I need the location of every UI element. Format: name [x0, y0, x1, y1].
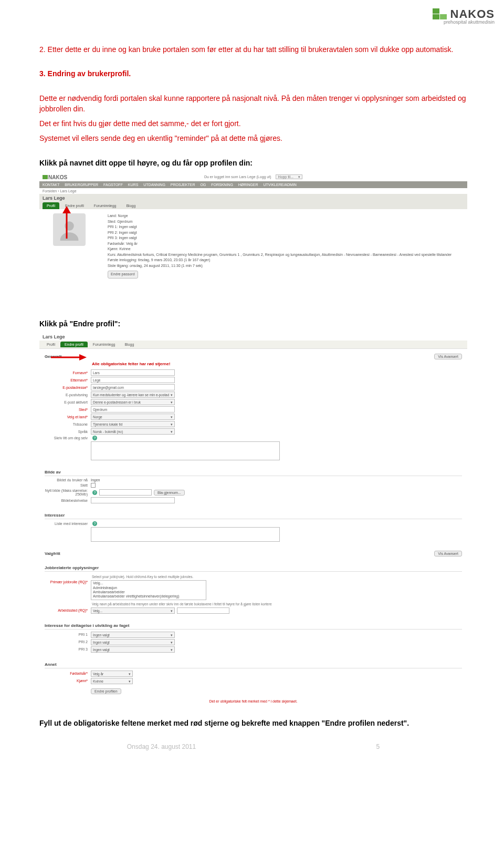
fodselsar-select[interactable]: Velg år	[91, 671, 133, 677]
main-nav[interactable]: KONTAKT BRUKERGRUPPER FAGSTOFF KURS UTDA…	[39, 181, 467, 188]
change-password-button[interactable]: Endre passord	[108, 271, 138, 279]
jobb-help-2: Velg navn på arbeidssted fra menyen unde…	[45, 601, 462, 607]
interesser-textarea[interactable]	[91, 527, 280, 542]
file-input[interactable]	[99, 489, 152, 496]
instr-click-endre: Klikk på "Endre profil":	[39, 318, 467, 329]
show-advanced-button-2[interactable]: Vis Avansert	[434, 551, 462, 556]
fornavn-input[interactable]: Lars	[91, 369, 175, 376]
intro-text-b: Det er fint hvis du gjør dette med det s…	[39, 118, 467, 129]
section-interesser: Interesser	[45, 511, 462, 519]
tab2-blogg[interactable]: Blogg	[120, 342, 138, 347]
browse-button[interactable]: Bla gjennom...	[154, 490, 185, 496]
land-select[interactable]: Norge	[91, 414, 175, 420]
jump-select[interactable]: Hopp til...▾	[276, 174, 303, 179]
section-annet: Annet	[45, 660, 462, 668]
bildebeskrivelse-input[interactable]	[91, 497, 175, 503]
instr-click-name: Klikk på navnet ditt oppe til høyre, og …	[39, 158, 467, 168]
kjonn-select[interactable]: Kvinne	[91, 678, 133, 684]
svg-marker-1	[62, 206, 71, 213]
pri3-select[interactable]: Ingen valgt	[91, 646, 175, 653]
profile-user-name: Lars Lege	[39, 194, 467, 202]
logo-header: NAKOS prehospital akuttmedisin	[433, 7, 495, 25]
red-arrow-icon-2	[50, 353, 87, 362]
profile-tabs: Profil Endre profil Foruminnlegg Blogg	[39, 202, 467, 209]
show-advanced-button[interactable]: Vis Avansert	[434, 354, 462, 359]
instr-fill-fields: Fyll ut de obligatoriske feltene merket …	[39, 718, 467, 728]
tidssone-select[interactable]: Tjenerens lokale tid	[91, 421, 175, 427]
tab-profil[interactable]: Profil	[43, 202, 59, 209]
pri2-select[interactable]: Ingen valgt	[91, 639, 175, 645]
tab-blogg[interactable]: Blogg	[122, 202, 140, 209]
logo-sub: prehospital akuttmedisin	[433, 19, 495, 25]
tab2-endre-profil[interactable]: Endre profil	[60, 342, 88, 347]
beskriv-textarea[interactable]	[91, 441, 280, 460]
profile-fields: Land: Norge Sted: Gjerdrum PRI 1: Ingen …	[92, 213, 462, 279]
intro-text-c: Systemet vil ellers sende deg en ukentli…	[39, 133, 467, 143]
sted-input[interactable]: Gjerdrum	[91, 406, 175, 413]
help-icon[interactable]: ?	[92, 521, 97, 526]
intro-text-a: Dette er nødvendig fordi portalen skal k…	[39, 93, 467, 115]
tab2-profil[interactable]: Profil	[43, 342, 59, 347]
required-warning: Alle obligatoriske felter har rød stjern…	[45, 360, 462, 369]
arbeidssted-select[interactable]: Velg...	[91, 607, 175, 614]
step2-text: 2. Etter dette er du inne og kan bruke p…	[39, 44, 467, 55]
section-general: Generelt	[45, 352, 434, 360]
pri1-select[interactable]: Ingen valgt	[91, 632, 175, 638]
logged-in-text: Du er logget inn som Lars Lege (Logg ut)	[204, 175, 271, 179]
tab-foruminnlegg[interactable]: Foruminnlegg	[90, 202, 121, 209]
section-bilde: Bilde av	[45, 468, 462, 476]
tab2-foruminnlegg[interactable]: Foruminnlegg	[89, 342, 120, 347]
footer-date: Onsdag 24. august 2011	[127, 743, 196, 750]
epostaktiv-select[interactable]: Denne e-postadressen er i bruk	[91, 399, 175, 405]
screenshot-profile: NAKOS prehospital akuttmedisin Du er log…	[39, 172, 467, 309]
mini-logo: NAKOS prehospital akuttmedisin	[43, 174, 71, 183]
breadcrumb: Forsiden › Lars Lege	[39, 188, 467, 194]
step3-heading: 3. Endring av brukerprofil.	[39, 68, 467, 79]
section-jobb: Jobbrelaterte opplysninger	[45, 563, 462, 572]
svg-marker-4	[79, 354, 87, 360]
etternavn-input[interactable]: Lege	[91, 377, 175, 383]
epostvisning-select[interactable]: Kun medstudenter og -lærere kan se min e…	[91, 391, 175, 398]
jobb-help-1: Select your jobb(role). Hold ctrl/cmd-Ke…	[45, 574, 462, 580]
edit-tabs: Profil Endre profil Foruminnlegg Blogg	[39, 341, 467, 349]
sprak-select[interactable]: Norsk - bokmål (no)	[91, 428, 175, 435]
red-arrow-icon	[59, 206, 75, 241]
section-pri: Interesse for deltagelse i utvikling av …	[45, 621, 462, 630]
edit-user-name: Lars Lege	[39, 333, 467, 341]
jobbrolle-list[interactable]: Velg... Administrasjon Ambulansearbeider…	[91, 580, 206, 600]
footer-page: 5	[376, 743, 380, 750]
required-footer: Det er obligatoriske felt merket med * i…	[45, 695, 462, 705]
arbeidssted-filter[interactable]	[177, 607, 229, 614]
screenshot-edit-profile: Lars Lege Profil Endre profil Foruminnle…	[39, 333, 467, 708]
page-footer: Onsdag 24. august 2011 5	[39, 743, 467, 750]
help-icon[interactable]: ?	[92, 490, 97, 495]
help-icon[interactable]: ?	[92, 436, 97, 440]
delete-checkbox[interactable]	[91, 483, 96, 488]
epost-input[interactable]: larslege@gmail.com	[91, 384, 175, 390]
save-profile-button[interactable]: Endre profilen	[91, 688, 121, 694]
section-valgfritt: Valgfritt	[45, 549, 434, 557]
